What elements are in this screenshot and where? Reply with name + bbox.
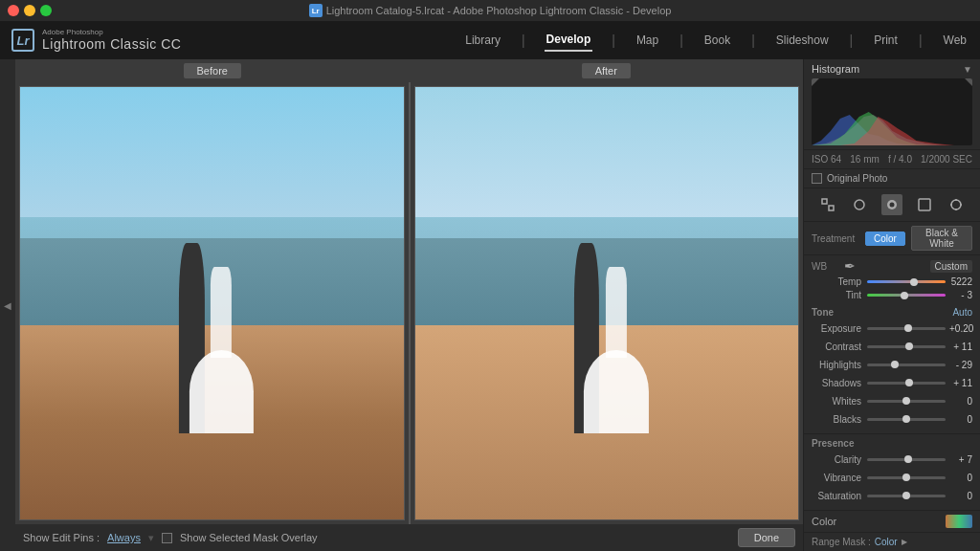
clarity-thumb[interactable] [904, 455, 912, 463]
range-mask-value[interactable]: Color [875, 537, 898, 547]
wb-row: WB ✒ Custom [804, 255, 980, 276]
close-button[interactable] [8, 5, 19, 16]
done-button[interactable]: Done [738, 528, 795, 547]
nav-web[interactable]: Web [942, 30, 969, 51]
nav-library[interactable]: Library [463, 30, 502, 51]
spot-removal-tool[interactable] [849, 194, 870, 215]
vibrance-thumb[interactable] [902, 474, 910, 481]
clarity-slider-row: Clarity + 7 [812, 452, 972, 467]
fullscreen-button[interactable] [40, 5, 52, 16]
histogram-container [812, 78, 972, 145]
presence-title: Presence [812, 438, 854, 449]
exposure-slider-row: Exposure +0.20 [812, 320, 972, 336]
after-photo-panel [411, 82, 804, 524]
blacks-slider-row: Blacks 0 [812, 411, 972, 427]
brand-top: Adobe Photoshop [42, 28, 181, 37]
contrast-thumb[interactable] [905, 342, 913, 350]
red-eye-tool[interactable] [881, 194, 902, 215]
app-icon: Lr [309, 4, 323, 17]
shadows-slider-row: Shadows + 11 [812, 375, 972, 390]
svg-point-4 [855, 200, 864, 209]
bw-treatment-btn[interactable]: Black & White [911, 226, 972, 251]
radial-filter-tool[interactable] [946, 194, 967, 215]
before-photo-panel [15, 82, 409, 524]
temp-thumb[interactable] [910, 278, 918, 286]
exposure-value: +0.20 [946, 323, 972, 334]
clarity-slider[interactable] [867, 458, 946, 461]
exposure-slider[interactable] [867, 327, 946, 330]
left-arrow-icon: ◀ [4, 300, 11, 311]
nav-print[interactable]: Print [872, 30, 900, 51]
window-title: Lightroom Catalog-5.lrcat - Adobe Photos… [326, 5, 672, 16]
show-edit-pins-label: Show Edit Pins : [23, 532, 100, 543]
graduated-filter-tool[interactable] [914, 194, 935, 215]
blacks-label: Blacks [812, 414, 867, 425]
histogram-title: Histogram [812, 63, 859, 75]
crop-tool[interactable] [817, 194, 838, 215]
clarity-value: + 7 [946, 454, 972, 465]
blacks-value: 0 [946, 414, 972, 425]
nav-slideshow[interactable]: Slideshow [774, 30, 831, 51]
contrast-slider[interactable] [867, 345, 946, 348]
treatment-row: Treatment Color Black & White [804, 222, 980, 255]
wb-preset[interactable]: Custom [930, 260, 972, 273]
whites-thumb[interactable] [902, 397, 910, 405]
highlights-label: Highlights [812, 360, 867, 370]
histogram-menu-icon[interactable]: ▼ [963, 64, 972, 75]
svg-rect-3 [829, 206, 834, 210]
presence-section: Presence Clarity + 7 Vibrance 0 Saturati… [804, 434, 980, 511]
clarity-label: Clarity [812, 454, 867, 465]
always-link[interactable]: Always [107, 532, 141, 543]
titlebar: Lr Lightroom Catalog-5.lrcat - Adobe Pho… [0, 0, 980, 21]
tint-slider[interactable] [867, 294, 946, 297]
before-photo[interactable] [19, 86, 405, 520]
whites-slider[interactable] [867, 400, 946, 403]
wb-label: WB [812, 261, 840, 272]
tint-thumb[interactable] [901, 292, 908, 299]
svg-marker-0 [812, 78, 819, 86]
highlights-thumb[interactable] [891, 361, 899, 368]
photo-couple-before [154, 195, 269, 433]
after-photo[interactable] [414, 86, 800, 520]
svg-rect-7 [919, 199, 930, 210]
shadows-slider[interactable] [867, 382, 946, 385]
orig-photo-checkbox[interactable] [812, 173, 822, 184]
right-panel: Histogram ▼ [803, 59, 980, 551]
tone-section: Tone Auto Exposure +0.20 Contrast + 11 H… [804, 303, 980, 434]
blacks-slider[interactable] [867, 418, 946, 421]
show-mask-checkbox[interactable] [162, 533, 172, 543]
temp-value: 5222 [946, 276, 972, 287]
range-mask-section: Range Mask : Color ▶ [804, 533, 980, 551]
before-label: Before [184, 63, 241, 78]
exposure-thumb[interactable] [904, 324, 912, 332]
tint-value: - 3 [946, 290, 972, 300]
tool-icons-row [804, 188, 980, 222]
minimize-button[interactable] [24, 5, 35, 16]
vibrance-slider[interactable] [867, 476, 946, 479]
bride-silhouette-after [593, 267, 639, 433]
main-layout: ◀ Before After [0, 59, 980, 551]
highlights-slider[interactable] [867, 364, 946, 366]
temp-slider-row: Temp 5222 [804, 276, 980, 287]
temp-slider[interactable] [867, 280, 946, 283]
shadows-thumb[interactable] [905, 379, 913, 386]
histogram-chart [812, 78, 972, 145]
blacks-thumb[interactable] [902, 415, 910, 423]
vibrance-slider-row: Vibrance 0 [812, 470, 972, 485]
wb-dropper-tool[interactable]: ✒ [844, 258, 856, 274]
photo-couple-after [549, 195, 664, 433]
svg-rect-2 [822, 199, 827, 204]
whites-slider-row: Whites 0 [812, 393, 972, 408]
contrast-slider-row: Contrast + 11 [812, 339, 972, 354]
auto-tone-btn[interactable]: Auto [952, 307, 972, 318]
left-panel-toggle[interactable]: ◀ [0, 59, 15, 551]
color-treatment-btn[interactable]: Color [865, 231, 905, 246]
nav-map[interactable]: Map [635, 30, 660, 51]
tint-slider-row: Tint - 3 [804, 290, 980, 300]
saturation-slider[interactable] [867, 495, 946, 497]
nav-book[interactable]: Book [702, 30, 732, 51]
nav-develop[interactable]: Develop [545, 29, 593, 52]
color-swatch[interactable] [946, 515, 972, 528]
saturation-slider-row: Saturation 0 [812, 488, 972, 503]
saturation-thumb[interactable] [902, 492, 910, 499]
